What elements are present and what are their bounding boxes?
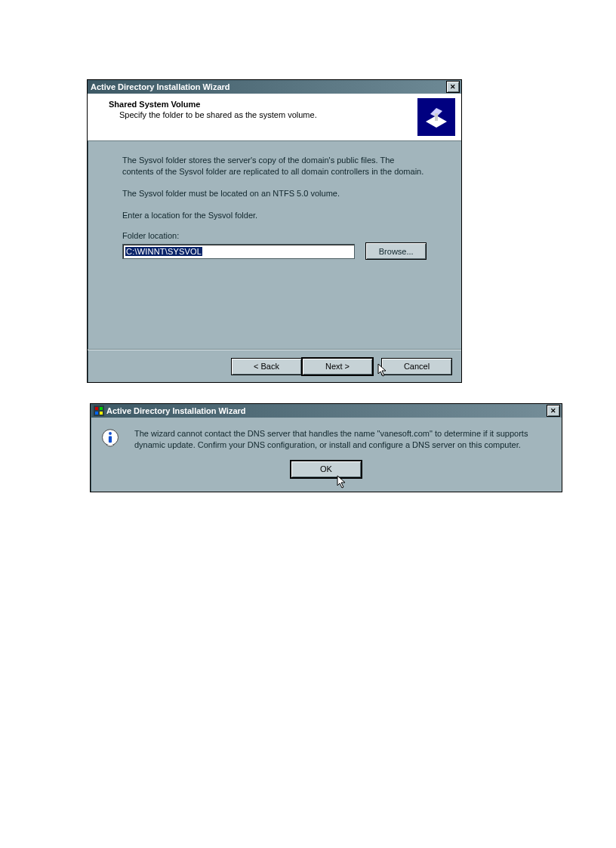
browse-button-label: Browse...	[379, 247, 414, 256]
svg-point-7	[109, 432, 112, 435]
close-button[interactable]: ✕	[446, 81, 460, 93]
folder-location-row: C:\WINNT\SYSVOL Browse...	[122, 242, 427, 260]
msgbox-window: Active Directory Installation Wizard ✕ T…	[90, 403, 562, 492]
wizard-header: Shared System Volume Specify the folder …	[88, 94, 461, 141]
wizard-title-buttons: ✕	[446, 81, 460, 93]
svg-rect-5	[100, 412, 103, 415]
folder-location-value: C:\WINNT\SYSVOL	[125, 247, 202, 256]
wizard-titlebar: Active Directory Installation Wizard ✕	[88, 80, 461, 94]
msgbox-footer: OK	[91, 451, 562, 479]
wizard-header-icon	[417, 98, 455, 136]
msgbox-text: The wizard cannot contact the DNS server…	[134, 428, 548, 451]
folder-location-label: Folder location:	[122, 231, 427, 240]
folder-location-input[interactable]: C:\WINNT\SYSVOL	[122, 244, 355, 259]
wizard-para3: Enter a location for the Sysvol folder.	[122, 210, 427, 221]
msgbox-close-button[interactable]: ✕	[547, 405, 560, 417]
browse-button[interactable]: Browse...	[365, 242, 427, 260]
close-icon: ✕	[450, 83, 456, 91]
wizard-title: Active Directory Installation Wizard	[91, 82, 230, 91]
ok-button-label: OK	[320, 464, 332, 473]
wizard-header-subtitle: Specify the folder to be shared as the s…	[119, 110, 417, 119]
wizard-window: Active Directory Installation Wizard ✕ S…	[87, 79, 462, 383]
svg-rect-3	[100, 407, 103, 410]
svg-rect-2	[95, 407, 98, 410]
back-button-label: < Back	[254, 362, 279, 371]
cancel-button[interactable]: Cancel	[381, 358, 452, 375]
close-icon: ✕	[550, 407, 556, 415]
wizard-para2: The Sysvol folder must be located on an …	[122, 188, 427, 199]
svg-rect-1	[435, 113, 438, 121]
back-button[interactable]: < Back	[231, 358, 302, 375]
wizard-header-text: Shared System Volume Specify the folder …	[88, 94, 417, 140]
next-button-label: Next >	[325, 362, 350, 371]
wizard-header-title: Shared System Volume	[109, 100, 417, 109]
svg-rect-4	[95, 412, 98, 415]
svg-rect-8	[109, 436, 112, 443]
ok-button[interactable]: OK	[290, 460, 362, 479]
msgbox-title: Active Directory Installation Wizard	[106, 406, 246, 415]
msgbox-body: The wizard cannot contact the DNS server…	[91, 418, 562, 451]
next-button[interactable]: Next >	[301, 357, 374, 376]
wizard-para1: The Sysvol folder stores the server's co…	[122, 155, 427, 177]
msgbox-title-buttons: ✕	[547, 405, 560, 417]
wizard-body: The Sysvol folder stores the server's co…	[88, 141, 461, 260]
wizard-footer: < Back Next > Cancel	[88, 350, 461, 382]
msgbox-titlebar: Active Directory Installation Wizard ✕	[91, 404, 562, 418]
msgbox-app-icon	[94, 405, 104, 416]
info-icon	[100, 428, 121, 449]
cancel-button-label: Cancel	[404, 362, 430, 371]
